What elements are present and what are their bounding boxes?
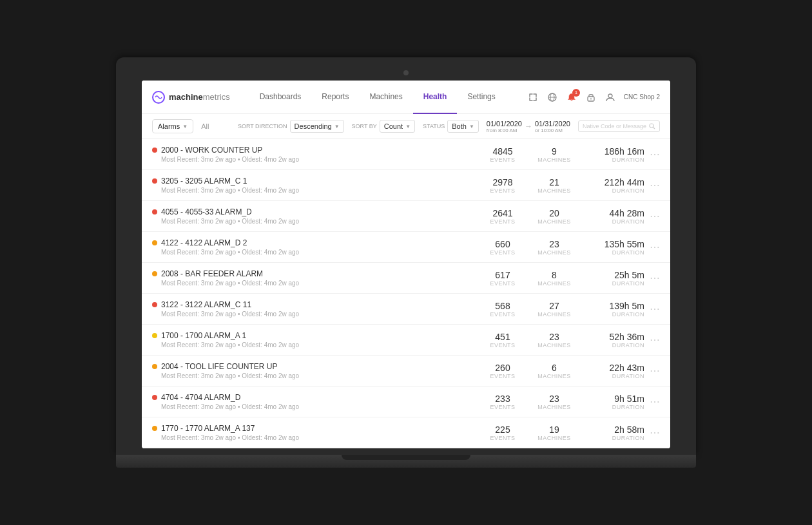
- alarm-severity-dot: [152, 271, 157, 276]
- table-row[interactable]: 4122 - 4122 ALARM_D 2 Most Recent: 3mo 2…: [142, 232, 670, 263]
- nav-machines[interactable]: Machines: [359, 81, 412, 114]
- machines-label: MACHINES: [528, 342, 580, 348]
- lock-icon[interactable]: [585, 91, 597, 103]
- duration-value: 186h 16m: [580, 146, 644, 157]
- events-value: 617: [477, 270, 528, 280]
- events-label: EVENTS: [477, 187, 528, 194]
- expand-icon[interactable]: [527, 91, 539, 103]
- row-menu-icon[interactable]: ⋯: [644, 210, 660, 222]
- row-menu-icon[interactable]: ⋯: [644, 272, 660, 284]
- search-placeholder: Native Code or Message: [583, 123, 646, 129]
- alarms-filter-button[interactable]: Alarms ▼: [152, 119, 193, 133]
- duration-value: 135h 55m: [580, 239, 644, 249]
- alarm-title: 1700 - 1700 ALARM_A 1: [152, 331, 477, 340]
- alarm-list: 2000 - WORK COUNTER UP Most Recent: 3mo …: [142, 139, 670, 448]
- row-menu-icon[interactable]: ⋯: [644, 334, 660, 346]
- machines-label: MACHINES: [528, 157, 580, 163]
- machines-value: 8: [528, 270, 580, 280]
- duration-value: 52h 36m: [580, 332, 644, 342]
- table-row[interactable]: 1770 - 1770 ALARM_A 137 Most Recent: 3mo…: [142, 417, 670, 448]
- row-menu-icon[interactable]: ⋯: [644, 396, 660, 408]
- alarm-duration: 52h 36m DURATION: [580, 332, 644, 348]
- user-icon[interactable]: [604, 91, 616, 103]
- duration-label: DURATION: [580, 435, 644, 441]
- alarm-title: 3122 - 3122 ALARM_C 11: [152, 300, 477, 309]
- alarm-duration: 9h 51m DURATION: [580, 394, 644, 410]
- alarm-name: 3122 - 3122 ALARM_C 11: [161, 300, 251, 309]
- alarm-meta: Most Recent: 3mo 2w ago • Oldest: 4mo 2w…: [152, 310, 477, 318]
- svg-point-7: [650, 124, 653, 128]
- alarm-severity-dot: [152, 209, 157, 215]
- table-row[interactable]: 2008 - BAR FEEDER ALARM Most Recent: 3mo…: [142, 263, 670, 294]
- table-row[interactable]: 4055 - 4055-33 ALARM_D Most Recent: 3mo …: [142, 201, 670, 232]
- sort-direction-select[interactable]: Descending ▼: [290, 120, 344, 133]
- table-row[interactable]: 3122 - 3122 ALARM_C 11 Most Recent: 3mo …: [142, 294, 670, 325]
- alarm-info: 2004 - TOOL LIFE COUNTER UP Most Recent:…: [152, 362, 477, 379]
- machines-value: 9: [528, 146, 580, 157]
- globe-icon[interactable]: [546, 91, 558, 103]
- alarm-name: 2000 - WORK COUNTER UP: [161, 146, 262, 155]
- table-row[interactable]: 2000 - WORK COUNTER UP Most Recent: 3mo …: [142, 139, 670, 170]
- date-to-box[interactable]: 01/31/2020 or 10:00 AM: [535, 120, 570, 133]
- nav-reports[interactable]: Reports: [311, 81, 359, 114]
- alarm-info: 4055 - 4055-33 ALARM_D Most Recent: 3mo …: [152, 207, 477, 225]
- status-select[interactable]: Both ▼: [447, 120, 479, 133]
- alarm-name: 4122 - 4122 ALARM_D 2: [161, 238, 247, 247]
- alarm-info: 2000 - WORK COUNTER UP Most Recent: 3mo …: [152, 146, 477, 163]
- events-value: 225: [477, 425, 528, 435]
- alarm-meta: Most Recent: 3mo 2w ago • Oldest: 4mo 2w…: [152, 341, 477, 348]
- alarm-machines: 27 MACHINES: [528, 301, 580, 318]
- alarm-meta: Most Recent: 3mo 2w ago • Oldest: 4mo 2w…: [152, 403, 477, 410]
- machines-value: 21: [528, 177, 580, 187]
- duration-value: 2h 58m: [580, 425, 644, 435]
- table-row[interactable]: 3205 - 3205 ALARM_C 1 Most Recent: 3mo 2…: [142, 170, 670, 201]
- row-menu-icon[interactable]: ⋯: [644, 365, 660, 377]
- machines-label: MACHINES: [528, 249, 580, 256]
- alarm-machines: 6 MACHINES: [528, 363, 580, 379]
- alarm-events: 4845 EVENTS: [477, 146, 528, 163]
- events-label: EVENTS: [477, 435, 528, 441]
- alarm-duration: 2h 58m DURATION: [580, 425, 644, 441]
- alarm-severity-dot: [152, 395, 157, 400]
- status-group: Status Both ▼: [423, 120, 479, 133]
- events-label: EVENTS: [477, 249, 528, 256]
- machines-label: MACHINES: [528, 373, 580, 379]
- alarm-meta: Most Recent: 3mo 2w ago • Oldest: 4mo 2w…: [152, 187, 477, 194]
- alarm-meta: Most Recent: 3mo 2w ago • Oldest: 4mo 2w…: [152, 434, 477, 441]
- nav-dashboards[interactable]: Dashboards: [249, 81, 312, 114]
- logo-icon: [152, 91, 165, 104]
- toolbar: Alarms ▼ All Sort Direction Descending ▼…: [142, 114, 670, 139]
- table-row[interactable]: 2004 - TOOL LIFE COUNTER UP Most Recent:…: [142, 356, 670, 387]
- alarm-machines: 8 MACHINES: [528, 270, 580, 287]
- duration-label: DURATION: [580, 187, 644, 194]
- alarm-info: 1770 - 1770 ALARM_A 137 Most Recent: 3mo…: [152, 424, 477, 441]
- alarm-events: 233 EVENTS: [477, 394, 528, 410]
- events-label: EVENTS: [477, 342, 528, 348]
- table-row[interactable]: 4704 - 4704 ALARM_D Most Recent: 3mo 2w …: [142, 387, 670, 417]
- events-value: 2978: [477, 177, 528, 187]
- row-menu-icon[interactable]: ⋯: [644, 241, 660, 253]
- alarm-severity-dot: [152, 333, 157, 338]
- nav-settings[interactable]: Settings: [457, 81, 505, 114]
- duration-value: 22h 43m: [580, 363, 644, 373]
- alarm-duration: 25h 5m DURATION: [580, 270, 644, 287]
- row-menu-icon[interactable]: ⋯: [644, 303, 660, 315]
- alarm-duration: 186h 16m DURATION: [580, 146, 644, 163]
- search-bar[interactable]: Native Code or Message: [578, 120, 660, 132]
- table-row[interactable]: 1700 - 1700 ALARM_A 1 Most Recent: 3mo 2…: [142, 325, 670, 356]
- alarm-events: 568 EVENTS: [477, 301, 528, 318]
- date-from-box[interactable]: 01/01/2020 from 8:00 AM: [487, 120, 522, 133]
- duration-label: DURATION: [580, 342, 644, 348]
- sort-by-select[interactable]: Count ▼: [380, 120, 415, 133]
- machines-label: MACHINES: [528, 404, 580, 410]
- row-menu-icon[interactable]: ⋯: [644, 148, 660, 160]
- nav-health[interactable]: Health: [413, 81, 458, 114]
- bell-icon[interactable]: 1: [566, 91, 577, 103]
- row-menu-icon[interactable]: ⋯: [644, 426, 660, 439]
- alarm-info: 2008 - BAR FEEDER ALARM Most Recent: 3mo…: [152, 269, 477, 287]
- alarm-severity-dot: [152, 364, 157, 369]
- alarm-duration: 44h 28m DURATION: [580, 208, 644, 225]
- row-menu-icon[interactable]: ⋯: [644, 179, 660, 191]
- alarm-severity-dot: [152, 148, 157, 153]
- svg-point-6: [608, 94, 612, 98]
